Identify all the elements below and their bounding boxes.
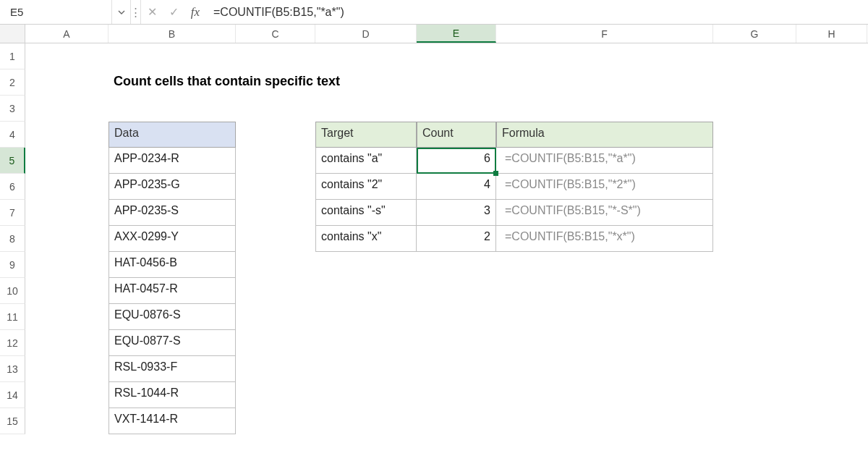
chevron-down-icon xyxy=(117,8,126,17)
row-header[interactable]: 3 xyxy=(0,96,25,122)
data-cell[interactable]: RSL-1044-R xyxy=(109,382,236,408)
col-header-f[interactable]: F xyxy=(496,25,713,43)
formula-input[interactable]: =COUNTIF(B5:B15,"*a*") xyxy=(206,0,868,24)
row-header[interactable]: 1 xyxy=(0,43,25,69)
formula-bar: E5 ⋮ ✕ ✓ fx =COUNTIF(B5:B15,"*a*") xyxy=(0,0,868,25)
row-header[interactable]: 7 xyxy=(0,200,25,226)
row-header[interactable]: 6 xyxy=(0,174,25,200)
target-cell[interactable]: contains "2" xyxy=(315,174,417,200)
target-header[interactable]: Target xyxy=(315,122,417,148)
count-cell[interactable]: 6 xyxy=(417,148,496,174)
row-header[interactable]: 11 xyxy=(0,304,25,330)
x-icon: ✕ xyxy=(148,5,157,19)
data-cell[interactable]: AXX-0299-Y xyxy=(109,226,236,252)
formula-cell[interactable]: =COUNTIF(B5:B15,"*2*") xyxy=(496,174,713,200)
row-header[interactable]: 14 xyxy=(0,382,25,408)
cancel-button[interactable]: ✕ xyxy=(141,0,163,24)
page-title: Count cells that contain specific text xyxy=(109,69,236,96)
row-header[interactable]: 8 xyxy=(0,226,25,252)
row-header[interactable]: 13 xyxy=(0,356,25,382)
select-all-corner[interactable] xyxy=(0,25,25,43)
formula-cell[interactable]: =COUNTIF(B5:B15,"*a*") xyxy=(496,148,713,174)
data-cell[interactable]: EQU-0877-S xyxy=(109,330,236,356)
formula-cell[interactable]: =COUNTIF(B5:B15,"*x*") xyxy=(496,226,713,252)
data-cell[interactable]: APP-0235-G xyxy=(109,174,236,200)
data-cell[interactable]: EQU-0876-S xyxy=(109,304,236,330)
count-header[interactable]: Count xyxy=(417,122,496,148)
data-cell[interactable]: APP-0234-R xyxy=(109,148,236,174)
col-header-h[interactable]: H xyxy=(796,25,867,43)
column-headers: A B C D E F G H xyxy=(0,25,868,43)
target-cell[interactable]: contains "x" xyxy=(315,226,417,252)
data-cell[interactable]: HAT-0456-B xyxy=(109,252,236,278)
data-cell[interactable]: VXT-1414-R xyxy=(109,408,236,434)
col-header-a[interactable]: A xyxy=(25,25,109,43)
name-box[interactable]: E5 xyxy=(0,0,112,24)
col-header-d[interactable]: D xyxy=(315,25,417,43)
row-header[interactable]: 2 xyxy=(0,69,25,96)
row-header[interactable]: 15 xyxy=(0,408,25,434)
col-header-e[interactable]: E xyxy=(417,25,496,43)
insert-function-button[interactable]: fx xyxy=(184,0,206,24)
row-header[interactable]: 12 xyxy=(0,330,25,356)
col-header-g[interactable]: G xyxy=(713,25,796,43)
target-cell[interactable]: contains "a" xyxy=(315,148,417,174)
check-icon: ✓ xyxy=(169,5,179,19)
col-header-b[interactable]: B xyxy=(109,25,236,43)
data-header[interactable]: Data xyxy=(109,122,236,148)
col-header-c[interactable]: C xyxy=(236,25,315,43)
row-header[interactable]: 10 xyxy=(0,278,25,304)
row-header[interactable]: 4 xyxy=(0,122,25,148)
spreadsheet: A B C D E F G H 1 2 3 4 5 6 7 8 9 10 11 … xyxy=(0,25,868,434)
cell-grid[interactable]: Count cells that contain specific text D… xyxy=(25,43,868,434)
data-cell[interactable]: APP-0235-S xyxy=(109,200,236,226)
formula-header[interactable]: Formula xyxy=(496,122,713,148)
selection-fill-handle[interactable] xyxy=(493,171,498,176)
count-cell[interactable]: 4 xyxy=(417,174,496,200)
separator: ⋮ xyxy=(131,0,141,24)
row-header[interactable]: 9 xyxy=(0,252,25,278)
enter-button[interactable]: ✓ xyxy=(163,0,184,24)
count-cell[interactable]: 2 xyxy=(417,226,496,252)
count-cell[interactable]: 3 xyxy=(417,200,496,226)
target-cell[interactable]: contains "-s" xyxy=(315,200,417,226)
name-box-dropdown[interactable] xyxy=(112,0,131,24)
row-header[interactable]: 5 xyxy=(0,148,25,174)
fx-icon: fx xyxy=(191,5,200,20)
data-cell[interactable]: HAT-0457-R xyxy=(109,278,236,304)
row-headers: 1 2 3 4 5 6 7 8 9 10 11 12 13 14 15 xyxy=(0,43,25,434)
formula-cell[interactable]: =COUNTIF(B5:B15,"*-S*") xyxy=(496,200,713,226)
data-cell[interactable]: RSL-0933-F xyxy=(109,356,236,382)
